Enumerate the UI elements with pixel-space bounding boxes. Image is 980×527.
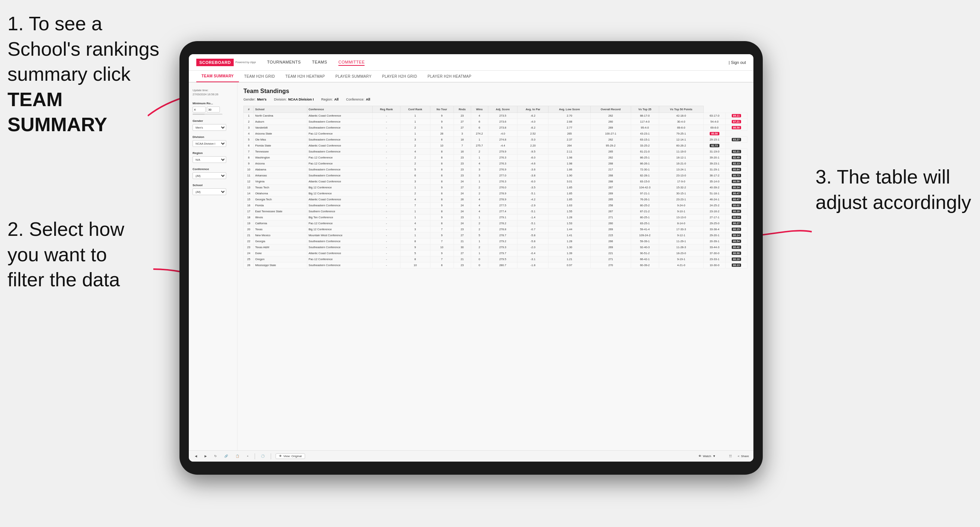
filter-division-select[interactable]: NCAA Division I NCAA Division II NCAA Di…	[192, 140, 226, 147]
toolbar-share[interactable]: 🔗	[223, 454, 229, 459]
table-row[interactable]: 4Arizona StatePac-12 Conference-1263274.…	[244, 131, 748, 137]
tab-player-summary[interactable]: PLAYER SUMMARY	[330, 70, 377, 82]
table-row[interactable]: 12VirginiaAtlantic Coast Conference-3824…	[244, 179, 748, 185]
table-cell: 80.14	[725, 214, 747, 221]
table-cell: 19	[244, 221, 254, 227]
table-cell: 273.6	[488, 119, 517, 125]
table-row[interactable]: 13Texas TechBig 12 Conference-19272276.0…	[244, 185, 748, 190]
table-cell: 8	[430, 167, 453, 173]
table-cell: 15-32-2	[659, 185, 704, 190]
table-row[interactable]: 9ArizonaPac-12 Conference-28234276.3-4.6…	[244, 161, 748, 167]
table-row[interactable]: 19CaliforniaPac-12 Conference-48242278.2…	[244, 221, 748, 227]
toolbar-copy[interactable]: 📋	[234, 454, 241, 459]
table-row[interactable]: 6Florida StateAtlantic Coast Conference-…	[244, 143, 748, 149]
table-cell: 217	[590, 167, 631, 173]
tab-team-h2h-grid[interactable]: TEAM H2H GRID	[239, 70, 280, 82]
filter-min-rounds-min[interactable]	[192, 106, 206, 113]
table-cell: 278.8	[488, 227, 517, 232]
filter-conference-select[interactable]: (All)	[192, 172, 226, 179]
table-row[interactable]: 2AuburnSoutheastern Conference-19276273.…	[244, 119, 748, 125]
table-row[interactable]: 26Mississippi StateSoutheastern Conferen…	[244, 262, 748, 268]
nav-link-teams[interactable]: TEAMS	[312, 59, 327, 66]
table-cell: 8	[244, 155, 254, 161]
table-cell: -	[372, 173, 400, 179]
table-row[interactable]: 22GeorgiaSoutheastern Conference-8721127…	[244, 238, 748, 244]
nav-link-committee[interactable]: COMMITTEE	[338, 59, 365, 66]
nav-link-tournaments[interactable]: TOURNAMENTS	[267, 59, 301, 66]
table-row[interactable]: 3VanderbiltSoutheastern Conference-25276…	[244, 125, 748, 131]
table-cell: Pac-12 Conference	[307, 155, 373, 161]
table-cell: 1.98	[549, 155, 591, 161]
filter-school-select[interactable]: (All)	[192, 188, 226, 195]
table-cell: 8	[430, 221, 453, 227]
table-cell: 21	[453, 238, 471, 244]
sign-out-button[interactable]: | Sign out	[729, 60, 746, 65]
table-cell: 1	[401, 119, 430, 125]
view-original-button[interactable]: 👁 View: Original	[275, 453, 305, 459]
table-cell: 80.02	[725, 203, 747, 209]
table-row[interactable]: 24DukeAtlantic Coast Conference-59271279…	[244, 251, 748, 256]
toolbar-forward[interactable]: ▶	[203, 454, 208, 459]
table-cell: 82.13	[725, 161, 747, 167]
table-filter-conference-value: All	[366, 98, 370, 101]
table-cell: Southeastern Conference	[307, 262, 373, 268]
table-row[interactable]: 20TexasBig 12 Conference-37232278.8-0.71…	[244, 227, 748, 232]
toolbar-back[interactable]: ◀	[193, 454, 199, 459]
table-cell: 13	[244, 185, 254, 190]
table-cell: 10	[401, 262, 430, 268]
table-row[interactable]: 5Ole MissSoutheastern Conference-3618127…	[244, 137, 748, 143]
share-button[interactable]: < Share	[738, 454, 749, 458]
table-cell: 83-25-1	[631, 221, 659, 227]
main-content: Update time: 27/03/2024 16:56:26 Minimum…	[189, 83, 753, 450]
table-cell: Atlantic Coast Conference	[307, 197, 373, 203]
table-cell: 100-27-1	[590, 131, 631, 137]
table-cell: 23	[453, 227, 471, 232]
table-row[interactable]: 11ArkansasSoutheastern Conference-682332…	[244, 173, 748, 179]
filter-conference: Conference (All)	[192, 167, 233, 179]
table-row[interactable]: 25OregonPac-12 Conference-87210279.5-3.1…	[244, 256, 748, 262]
filter-min-rounds-slider[interactable]	[192, 114, 223, 115]
table-area: Team Standings Gender: Men's Division: N…	[237, 83, 753, 450]
table-cell: 1	[244, 113, 254, 119]
table-row[interactable]: 23Texas A&MSoutheastern Conference-91030…	[244, 244, 748, 251]
table-row[interactable]: 21New MexicoMountain West Conference-192…	[244, 232, 748, 238]
toolbar-grid[interactable]: ☷	[728, 454, 733, 459]
table-cell: 269	[590, 125, 631, 131]
table-title: Team Standings	[243, 88, 748, 95]
table-cell: 82.73	[704, 143, 726, 149]
table-row[interactable]: 15Georgia TechAtlantic Coast Conference-…	[244, 197, 748, 203]
tab-player-h2h-grid[interactable]: PLAYER H2H GRID	[377, 70, 423, 82]
table-cell: 2	[401, 155, 430, 161]
table-cell: 23-13-0	[659, 173, 704, 179]
toolbar-clock[interactable]: 🕐	[259, 454, 266, 459]
watch-button[interactable]: 👁 Watch ▼	[698, 454, 716, 458]
table-cell: 23-23-1	[659, 197, 704, 203]
table-cell: East Tennessee State	[254, 209, 307, 214]
table-cell: 2.52	[517, 131, 549, 137]
table-row[interactable]: 1North CarolinaAtlantic Coast Conference…	[244, 113, 748, 119]
table-cell: -1.4	[517, 214, 549, 221]
table-row[interactable]: 18IllinoisBig Ten Conference-19231279.1-…	[244, 214, 748, 221]
tab-team-summary[interactable]: TEAM SUMMARY	[196, 70, 239, 82]
table-cell: 277.4	[488, 209, 517, 214]
toolbar-sep-1	[255, 453, 255, 459]
table-row[interactable]: 10AlabamaSoutheastern Conference-5823327…	[244, 167, 748, 173]
filter-region-select[interactable]: N/A All	[192, 156, 226, 163]
toolbar-add[interactable]: +	[245, 454, 250, 459]
table-row[interactable]: 17East Tennessee StateSouthern Conferenc…	[244, 209, 748, 214]
filter-gender-select[interactable]: Men's Women's	[192, 124, 226, 131]
table-row[interactable]: 7TennesseeSoutheastern Conference-481622…	[244, 149, 748, 155]
table-row[interactable]: 16FloridaSoutheastern Conference-7924427…	[244, 203, 748, 209]
col-school: School	[254, 106, 307, 113]
table-cell: 104-42-3	[631, 185, 659, 190]
table-row[interactable]: 8WashingtonPac-12 Conference-28231276.3-…	[244, 155, 748, 161]
tab-team-h2h-heatmap[interactable]: TEAM H2H HEATMAP	[280, 70, 330, 82]
table-cell: 270	[590, 262, 631, 268]
table-cell: 43-23-1	[631, 131, 659, 137]
table-cell: 23-16-2	[704, 209, 726, 214]
instruction-2-line2: you want to	[8, 244, 107, 265]
filter-min-rounds-max[interactable]	[207, 106, 220, 113]
table-row[interactable]: 14OklahomaBig 12 Conference-28242278.9-5…	[244, 190, 748, 197]
toolbar-refresh[interactable]: ↻	[213, 454, 218, 459]
tab-player-h2h-heatmap[interactable]: PLAYER H2H HEATMAP	[422, 70, 476, 82]
